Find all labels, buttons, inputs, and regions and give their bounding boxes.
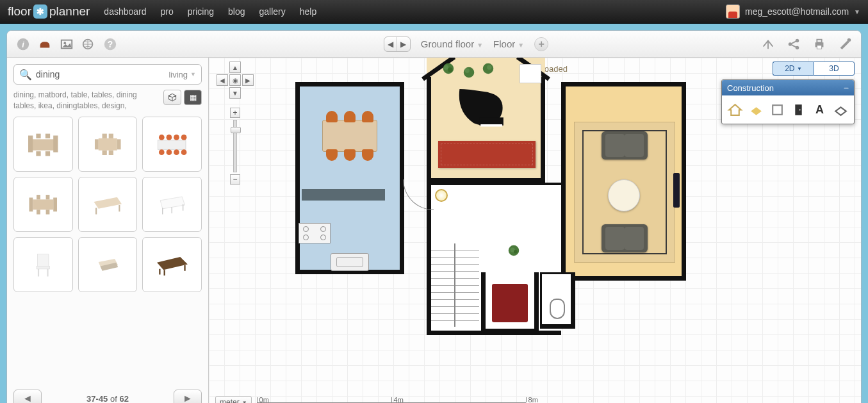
panel-title: Construction — [727, 83, 774, 93]
door-arc[interactable] — [403, 179, 434, 210]
user-menu[interactable]: meg_escott@hotmail.com ▼ — [726, 4, 860, 19]
pan-right[interactable]: ▶ — [242, 74, 254, 86]
plant-3[interactable] — [481, 62, 495, 76]
dining-table[interactable] — [315, 112, 385, 160]
sofa-1[interactable] — [602, 131, 648, 160]
entry-mat[interactable] — [492, 284, 528, 322]
room-entry[interactable] — [481, 272, 539, 333]
tv[interactable] — [673, 173, 680, 208]
thumb-chair[interactable] — [13, 237, 73, 292]
svg-rect-49 — [38, 254, 49, 267]
tool-room[interactable] — [727, 101, 743, 119]
svg-rect-21 — [98, 138, 117, 151]
plant-5[interactable] — [507, 243, 521, 258]
search-input[interactable] — [36, 69, 163, 79]
avatar-icon — [726, 4, 740, 19]
tool-text[interactable]: A — [812, 101, 828, 119]
pan-left[interactable]: ◀ — [217, 74, 228, 86]
thumb-table-1[interactable] — [78, 177, 138, 232]
panel-minimize[interactable]: − — [844, 83, 849, 93]
zoom-in[interactable]: + — [230, 108, 240, 118]
toilet[interactable] — [550, 299, 565, 319]
add-floor-button[interactable]: + — [534, 37, 548, 51]
side-table[interactable] — [520, 64, 541, 83]
next-page-button[interactable]: ► — [174, 390, 202, 403]
settings-icon[interactable] — [835, 35, 855, 54]
canvas[interactable]: ▲ ▼ ◀ ▶ ◉ + − 2D ▼ 3D Construction − — [209, 58, 861, 403]
red-rug[interactable] — [438, 141, 536, 168]
floorplan[interactable] — [295, 58, 686, 340]
sofa-2[interactable] — [602, 224, 648, 252]
lamp[interactable] — [435, 189, 448, 202]
panel-header[interactable]: Construction − — [722, 80, 854, 95]
zoom-track[interactable] — [233, 120, 237, 172]
room-wc[interactable] — [540, 272, 575, 329]
svg-point-33 — [159, 149, 165, 155]
print-icon[interactable] — [810, 35, 829, 54]
tag-row: dining, matbord, table, tables, dining t… — [13, 90, 202, 111]
zoom-out[interactable]: − — [230, 174, 240, 185]
nav-blog[interactable]: blog — [228, 6, 245, 17]
plant-1[interactable] — [441, 62, 455, 76]
coffee-table[interactable] — [608, 179, 640, 211]
view-2d[interactable]: 2D ▼ — [773, 62, 814, 76]
image-icon[interactable] — [57, 35, 76, 54]
svg-point-65 — [465, 69, 470, 73]
furniture-icon[interactable] — [35, 35, 54, 54]
unit-select[interactable]: meter▼ — [215, 396, 252, 403]
svg-rect-50 — [37, 266, 49, 268]
category-select[interactable]: living▼ — [168, 70, 196, 79]
nav-dashboard[interactable]: dashboard — [104, 6, 146, 17]
kitchen-counter[interactable] — [302, 189, 385, 201]
floor-select[interactable]: Ground floor▼ — [421, 38, 483, 49]
thumb-table-brown[interactable] — [142, 237, 202, 292]
scale-bar: meter▼ 0m 4m 8m — [215, 396, 539, 403]
back-button[interactable]: ◀ — [384, 37, 397, 51]
plant-2[interactable] — [462, 65, 476, 79]
thumb-dining-set-3[interactable] — [142, 117, 202, 172]
prev-page-button[interactable]: ◄ — [13, 390, 42, 403]
construction-panel[interactable]: Construction − A — [721, 79, 855, 124]
view-2d-thumb[interactable]: ▦ — [184, 90, 202, 105]
tool-door[interactable] — [790, 101, 807, 119]
info-icon[interactable]: i — [13, 35, 33, 54]
help-icon[interactable]: ? — [101, 35, 120, 54]
nav-pro[interactable]: pro — [161, 6, 174, 17]
globe-icon[interactable] — [79, 35, 98, 54]
toolbar: i ? ◀ ▶ Ground floor▼ Floor▼ + — [7, 31, 861, 58]
view-3d-thumb[interactable] — [163, 90, 181, 105]
search-box[interactable]: 🔍 living▼ — [13, 64, 202, 85]
piano[interactable] — [449, 83, 510, 135]
export-icon[interactable] — [758, 35, 778, 54]
thumb-dining-set-4[interactable] — [13, 177, 73, 232]
svg-point-64 — [464, 67, 475, 78]
zoom-handle[interactable] — [231, 127, 241, 133]
pan-control: ▲ ▼ ◀ ▶ ◉ — [217, 62, 254, 99]
tool-surface[interactable] — [748, 101, 764, 119]
thumb-dining-set-2[interactable] — [78, 117, 138, 172]
thumb-table-2[interactable] — [142, 177, 202, 232]
svg-point-35 — [174, 149, 180, 155]
stairs[interactable] — [431, 243, 479, 327]
nav-pricing[interactable]: pricing — [188, 6, 214, 17]
thumb-dining-set-1[interactable] — [13, 117, 73, 172]
view-3d[interactable]: 3D — [814, 62, 855, 76]
pan-center[interactable]: ◉ — [229, 74, 241, 86]
share-icon[interactable] — [784, 35, 803, 54]
logo[interactable]: floor ✱ planner — [8, 4, 90, 19]
breadcrumb: Ground floor▼ Floor▼ + — [421, 37, 548, 51]
nav-help[interactable]: help — [300, 6, 316, 17]
tool-wall[interactable] — [769, 101, 785, 119]
svg-rect-59 — [480, 117, 504, 125]
level-select[interactable]: Floor▼ — [493, 38, 524, 49]
sink[interactable] — [331, 253, 369, 271]
pan-down[interactable]: ▼ — [229, 87, 241, 99]
svg-point-29 — [159, 135, 165, 140]
nav-gallery[interactable]: gallery — [259, 6, 285, 17]
pan-up[interactable]: ▲ — [229, 62, 241, 73]
thumb-coffee-table[interactable] — [78, 237, 138, 292]
svg-point-34 — [167, 149, 172, 155]
stove[interactable] — [299, 223, 331, 243]
tool-dimension[interactable] — [833, 101, 849, 119]
forward-button[interactable]: ▶ — [397, 37, 410, 51]
